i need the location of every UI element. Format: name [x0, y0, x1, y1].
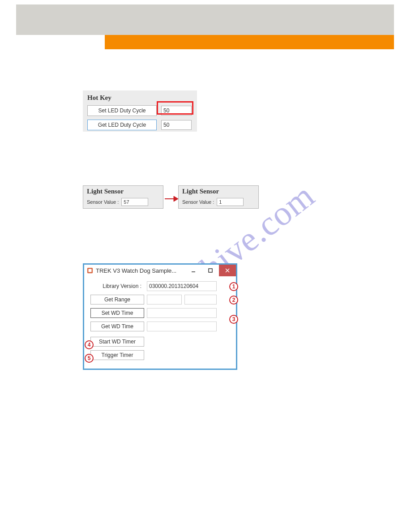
watchdog-titlebar: TREK V3 Watch Dog Sample... — [84, 265, 236, 276]
trigger-timer-button[interactable]: Trigger Timer — [90, 350, 144, 360]
library-version-label: Library Version : — [90, 283, 144, 289]
light-sensor-panel-right: Light Sensor Sensor Value : 1 — [178, 185, 259, 209]
set-led-duty-cycle-button[interactable]: Set LED Duty Cycle — [87, 105, 157, 116]
light-sensor-row-right: Sensor Value : 1 — [182, 198, 255, 206]
sensor-value-left: 57 — [121, 198, 148, 206]
sensor-value-label-right: Sensor Value : — [182, 199, 214, 205]
light-sensor-panel-left: Light Sensor Sensor Value : 57 — [83, 185, 163, 209]
watchdog-body: Library Version : 030000.2013120604 Get … — [84, 276, 236, 368]
red-highlight-box — [157, 101, 193, 115]
arrow-right-icon — [165, 195, 178, 202]
close-button[interactable] — [219, 265, 236, 276]
library-version-row: Library Version : 030000.2013120604 — [90, 281, 230, 292]
minimize-button[interactable] — [185, 265, 202, 276]
callout-3: 3 — [229, 315, 238, 324]
svg-rect-3 — [89, 269, 92, 272]
library-version-value: 030000.2013120604 — [147, 281, 217, 291]
svg-marker-1 — [174, 196, 178, 202]
trigger-timer-row: Trigger Timer — [90, 350, 230, 360]
svg-rect-5 — [209, 269, 212, 272]
get-wd-time-output — [147, 322, 217, 331]
callout-5: 5 — [85, 354, 94, 363]
get-wd-time-row: Get WD Time — [90, 321, 230, 332]
set-wd-time-button[interactable]: Set WD Time — [90, 308, 144, 318]
get-led-value-output: 50 — [161, 120, 192, 130]
app-icon — [87, 267, 93, 274]
set-wd-time-input[interactable] — [147, 308, 217, 318]
get-led-row: Get LED Duty Cycle 50 — [87, 120, 193, 130]
hot-key-title: Hot Key — [87, 94, 193, 102]
watchdog-title-text: TREK V3 Watch Dog Sample... — [96, 267, 176, 274]
get-range-button[interactable]: Get Range — [90, 295, 144, 305]
light-sensor-title-left: Light Sensor — [87, 188, 159, 195]
header-white-tab — [16, 35, 105, 49]
close-icon — [225, 268, 230, 273]
callout-4: 4 — [85, 340, 94, 349]
set-wd-time-row: Set WD Time — [90, 308, 230, 318]
sensor-value-label-left: Sensor Value : — [87, 199, 119, 205]
range-high-input[interactable] — [184, 295, 217, 305]
light-sensor-row-left: Sensor Value : 57 — [87, 198, 159, 206]
header-gray-bar — [16, 4, 394, 35]
watchdog-window: TREK V3 Watch Dog Sample... Library Vers… — [83, 263, 237, 370]
get-wd-time-button[interactable]: Get WD Time — [90, 322, 144, 331]
light-sensor-title-right: Light Sensor — [182, 188, 255, 195]
callout-1: 1 — [229, 282, 238, 291]
minimize-icon — [191, 268, 196, 273]
callout-2: 2 — [229, 296, 238, 305]
sensor-value-right: 1 — [217, 198, 244, 206]
maximize-icon — [208, 268, 213, 273]
range-low-input[interactable] — [147, 295, 182, 305]
start-wd-timer-row: Start WD Timer — [90, 336, 230, 347]
get-led-duty-cycle-button[interactable]: Get LED Duty Cycle — [87, 120, 157, 130]
get-range-row: Get Range — [90, 294, 230, 305]
start-wd-timer-button[interactable]: Start WD Timer — [90, 337, 144, 347]
maximize-button[interactable] — [202, 265, 219, 276]
